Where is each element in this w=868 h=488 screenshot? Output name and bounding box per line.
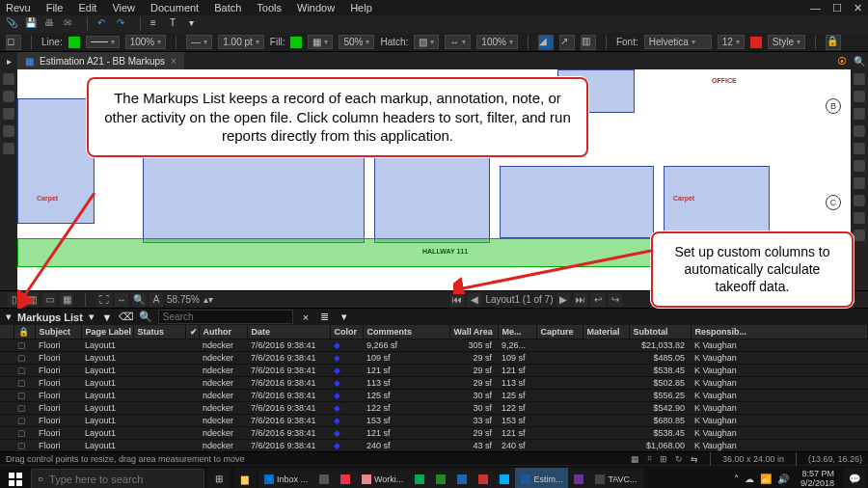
hide-icon[interactable]: ⌫ (120, 311, 133, 324)
page-side-icon[interactable]: ▭ (42, 293, 56, 307)
filter-icon[interactable]: ▼ (100, 311, 114, 324)
taskbar-search[interactable]: ○ (31, 469, 204, 489)
col-color[interactable]: Color (330, 325, 363, 339)
tray-wifi-icon[interactable]: 📶 (760, 474, 772, 484)
window-maximize-icon[interactable]: ☐ (832, 2, 842, 14)
line-width-dropdown[interactable]: 1.00 pt (218, 35, 264, 49)
taskbar-app[interactable]: Estim... (515, 468, 568, 489)
table-row[interactable]: ▢FlooriLayout1ndecker7/6/2016 9:38:41◆10… (0, 352, 868, 365)
rail-bookmarks-icon[interactable] (3, 91, 14, 102)
tray-up-icon[interactable]: ˄ (734, 474, 739, 484)
arrow-icon[interactable]: ↗ (559, 35, 575, 50)
taskbar-search-input[interactable] (49, 474, 198, 485)
panel-toggle-icon[interactable]: ▸ (0, 56, 17, 67)
rail-thumbnails-icon[interactable] (3, 73, 14, 85)
notifications-icon[interactable]: 💬 (843, 468, 866, 489)
hatch-style-dropdown[interactable]: ▨ (414, 35, 439, 49)
menu-window[interactable]: Window (297, 2, 335, 14)
hatch-scale-dropdown[interactable]: ↔ (445, 35, 471, 49)
col-page[interactable]: Page Label (81, 325, 133, 339)
fill-color-swatch[interactable] (290, 37, 302, 48)
tool-shape-icon[interactable]: ◻ (6, 35, 21, 50)
taskbar-app[interactable] (473, 468, 494, 489)
system-tray[interactable]: ˄ ☁ 📶 🔊 (730, 474, 793, 484)
rail-studio-icon[interactable] (854, 73, 865, 85)
redo-icon[interactable]: ↷ (117, 17, 130, 31)
rail-stamps-icon[interactable] (854, 143, 865, 154)
table-row[interactable]: ▢FlooriLayout1ndecker7/6/2016 9:38:41◆12… (0, 402, 868, 415)
page-cont-icon[interactable]: ▥ (25, 293, 39, 307)
taskbar-app[interactable] (313, 468, 335, 489)
markups-search-input[interactable] (158, 310, 293, 324)
col-date[interactable]: Date (247, 325, 330, 339)
zoom-out-icon[interactable]: A (149, 293, 163, 307)
table-row[interactable]: ▢FlooriLayout1ndecker7/6/2016 9:38:41◆12… (0, 427, 868, 440)
lock-icon[interactable]: 🔒 (826, 35, 841, 50)
fit-page-icon[interactable]: ⛶ (97, 293, 111, 307)
rail-properties-icon[interactable] (3, 108, 14, 120)
tray-sound-icon[interactable]: 🔊 (777, 474, 789, 484)
line-style-dropdown[interactable] (86, 36, 120, 48)
rail-layers-icon[interactable] (3, 125, 14, 137)
rail-signatures-icon[interactable] (3, 143, 14, 154)
more-icon[interactable]: ▾ (189, 17, 203, 31)
fill-opacity-dropdown[interactable]: 50% (339, 35, 374, 49)
zoom-in-icon[interactable]: 🔍 (132, 293, 146, 307)
markups-title-arrow[interactable]: ▾ (89, 311, 95, 323)
taskbar-app[interactable] (409, 468, 430, 489)
table-row[interactable]: ▢FlooriLayout1ndecker7/6/2016 9:38:41◆12… (0, 365, 868, 377)
layout-icon[interactable]: ▥ (581, 35, 596, 50)
table-row[interactable]: ▢FlooriLayout1ndecker7/6/2016 9:38:41◆15… (0, 415, 868, 427)
prev-page-icon[interactable]: ◀ (468, 293, 481, 307)
table-row[interactable]: ▢FlooriLayout1ndecker7/6/2016 9:38:41◆24… (0, 440, 868, 452)
col-check[interactable]: ✔ (185, 325, 199, 339)
fill-style-dropdown[interactable]: ▦ (308, 35, 333, 49)
tray-cloud-icon[interactable]: ☁ (745, 474, 754, 484)
menu-batch[interactable]: Batch (214, 2, 241, 14)
col-material[interactable]: Material (583, 325, 629, 339)
col-author[interactable]: Author (199, 325, 247, 339)
style-dropdown[interactable]: Style (768, 35, 805, 49)
status-ortho-icon[interactable]: ⊞ (660, 454, 667, 464)
status-reuse-icon[interactable]: ↻ (675, 454, 683, 464)
list-view-arrow-icon[interactable]: ▾ (338, 311, 351, 324)
col-capture[interactable]: Capture (536, 325, 583, 339)
zoom-dropdown[interactable]: 58.75% (167, 294, 200, 305)
table-header-row[interactable]: 🔒 Subject Page Label Status ✔ Author Dat… (0, 325, 868, 339)
rail-measure-icon[interactable] (854, 108, 865, 120)
nav-back-icon[interactable]: ↩ (591, 293, 605, 307)
table-row[interactable]: ▢FlooriLayout1ndecker7/6/2016 9:38:41◆9,… (0, 339, 868, 352)
font-size-dropdown[interactable]: 12 (718, 35, 745, 49)
rail-shapes-icon[interactable] (854, 125, 865, 137)
col-comments[interactable]: Comments (363, 325, 449, 339)
highlight-icon[interactable]: ◢ (538, 35, 554, 50)
rail-tools-icon[interactable] (854, 91, 865, 102)
explorer-icon[interactable]: ▆ (233, 468, 257, 489)
attach-icon[interactable]: 📎 (6, 17, 19, 31)
page-single-icon[interactable]: ▯ (8, 293, 21, 307)
zoom-stepper-icon[interactable]: ▴▾ (203, 294, 213, 305)
table-row[interactable]: ▢FlooriLayout1ndecker7/6/2016 9:38:41◆11… (0, 377, 868, 390)
next-page-icon[interactable]: ▶ (556, 293, 570, 307)
col-subtotal[interactable]: Subtotal (629, 325, 691, 339)
fit-width-icon[interactable]: ↔ (115, 293, 128, 307)
font-dropdown[interactable]: Helvetica (644, 35, 712, 49)
col-subject[interactable]: Subject (35, 325, 81, 339)
window-minimize-icon[interactable]: — (810, 2, 821, 14)
document-tab[interactable]: ▦ Estimation A21 - BB Markups × (17, 52, 184, 69)
col-measure[interactable]: Me... (498, 325, 536, 339)
taskbar-app[interactable] (494, 468, 515, 489)
line-end-dropdown[interactable]: — (186, 35, 212, 49)
menu-tools[interactable]: Tools (257, 2, 282, 14)
text-left-icon[interactable]: ≡ (150, 17, 164, 31)
line-opacity-dropdown[interactable]: 100% (125, 35, 167, 49)
close-tab-icon[interactable]: × (171, 56, 176, 67)
print-icon[interactable]: 🖶 (44, 17, 58, 31)
save-icon[interactable]: 💾 (25, 17, 39, 31)
page-grid-icon[interactable]: ▦ (60, 293, 73, 307)
menu-revu[interactable]: Revu (6, 2, 31, 14)
taskbar-clock[interactable]: 8:57 PM 9/2/2018 (795, 470, 840, 488)
status-snap-icon[interactable]: ⌗ (647, 453, 652, 464)
menu-edit[interactable]: Edit (78, 2, 96, 14)
table-row[interactable]: ▢FlooriLayout1ndecker7/6/2016 9:38:41◆12… (0, 390, 868, 402)
